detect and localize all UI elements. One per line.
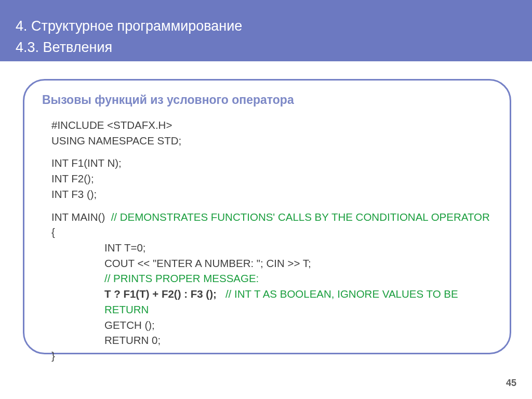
code-body-l1: INT T=0;: [42, 240, 494, 256]
code-line-decl-f2: INT F2();: [51, 171, 494, 187]
code-body-l3-comment: // PRINTS PROPER MESSAGE:: [42, 271, 494, 286]
code-line-decl-f1: INT F1(INT N);: [51, 155, 494, 171]
slide-header: 4. Структурное программирование 4.3. Вет…: [0, 0, 532, 61]
code-body-l6: RETURN 0;: [42, 332, 494, 348]
code-line-decl-f3: INT F3 ();: [51, 187, 494, 202]
section-title: Вызовы функций из условного оператора: [42, 93, 494, 107]
code-line-brace-open: {: [51, 224, 494, 240]
ternary-expression: T ? F1(T) + F2() : F3 ();: [104, 288, 217, 300]
code-body-l2: COUT << "ENTER A NUMBER: "; CIN >> T;: [42, 256, 494, 271]
code-body-l5: GETCH ();: [42, 317, 494, 333]
code-line-main: INT MAIN() // DEMONSTRATES FUNCTIONS' CA…: [51, 209, 494, 225]
slide: 4. Структурное программирование 4.3. Вет…: [0, 0, 532, 399]
code-block: #INCLUDE <STDAFX.H> USING NAMESPACE STD;…: [42, 117, 494, 364]
header-title-1: 4. Структурное программирование: [16, 16, 532, 37]
page-number: 45: [506, 378, 516, 389]
main-comment: // DEMONSTRATES FUNCTIONS' CALLS BY THE …: [111, 211, 490, 223]
code-body-l4: T ? F1(T) + F2() : F3 (); // INT T AS BO…: [42, 286, 494, 317]
main-signature: INT MAIN(): [51, 211, 105, 223]
header-title-2: 4.3. Ветвления: [16, 37, 532, 58]
code-line-brace-close: }: [42, 348, 494, 364]
code-line-include: #INCLUDE <STDAFX.H>: [51, 117, 494, 133]
code-line-using: USING NAMESPACE STD;: [51, 133, 494, 149]
content-frame: Вызовы функций из условного оператора #I…: [23, 79, 511, 354]
